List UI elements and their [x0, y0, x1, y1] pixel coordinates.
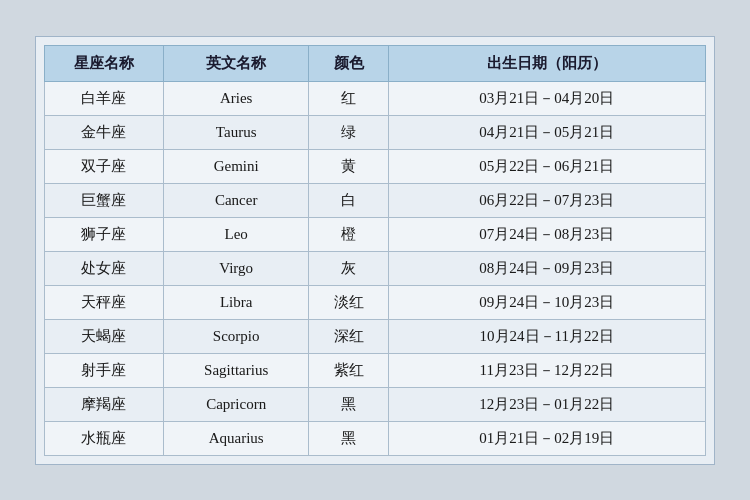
- cell-color: 深红: [309, 319, 388, 353]
- cell-english: Capricorn: [163, 387, 308, 421]
- table-row: 水瓶座Aquarius黑01月21日－02月19日: [45, 421, 706, 455]
- cell-date: 08月24日－09月23日: [388, 251, 705, 285]
- table-row: 金牛座Taurus绿04月21日－05月21日: [45, 115, 706, 149]
- cell-chinese: 金牛座: [45, 115, 164, 149]
- cell-color: 黑: [309, 421, 388, 455]
- table-row: 巨蟹座Cancer白06月22日－07月23日: [45, 183, 706, 217]
- cell-english: Cancer: [163, 183, 308, 217]
- cell-date: 09月24日－10月23日: [388, 285, 705, 319]
- table-row: 摩羯座Capricorn黑12月23日－01月22日: [45, 387, 706, 421]
- cell-chinese: 射手座: [45, 353, 164, 387]
- header-english: 英文名称: [163, 45, 308, 81]
- cell-chinese: 水瓶座: [45, 421, 164, 455]
- cell-color: 橙: [309, 217, 388, 251]
- cell-color: 灰: [309, 251, 388, 285]
- cell-chinese: 处女座: [45, 251, 164, 285]
- cell-english: Virgo: [163, 251, 308, 285]
- header-date: 出生日期（阳历）: [388, 45, 705, 81]
- table-row: 双子座Gemini黄05月22日－06月21日: [45, 149, 706, 183]
- cell-english: Aquarius: [163, 421, 308, 455]
- cell-color: 黄: [309, 149, 388, 183]
- zodiac-table-container: 星座名称 英文名称 颜色 出生日期（阳历） 白羊座Aries红03月21日－04…: [35, 36, 715, 465]
- table-row: 白羊座Aries红03月21日－04月20日: [45, 81, 706, 115]
- cell-date: 11月23日－12月22日: [388, 353, 705, 387]
- cell-date: 01月21日－02月19日: [388, 421, 705, 455]
- table-row: 天蝎座Scorpio深红10月24日－11月22日: [45, 319, 706, 353]
- cell-chinese: 双子座: [45, 149, 164, 183]
- cell-date: 04月21日－05月21日: [388, 115, 705, 149]
- cell-chinese: 天蝎座: [45, 319, 164, 353]
- cell-chinese: 摩羯座: [45, 387, 164, 421]
- cell-english: Libra: [163, 285, 308, 319]
- cell-date: 06月22日－07月23日: [388, 183, 705, 217]
- cell-color: 红: [309, 81, 388, 115]
- cell-date: 05月22日－06月21日: [388, 149, 705, 183]
- header-color: 颜色: [309, 45, 388, 81]
- cell-date: 12月23日－01月22日: [388, 387, 705, 421]
- cell-chinese: 白羊座: [45, 81, 164, 115]
- header-chinese: 星座名称: [45, 45, 164, 81]
- cell-date: 07月24日－08月23日: [388, 217, 705, 251]
- cell-chinese: 天秤座: [45, 285, 164, 319]
- cell-english: Scorpio: [163, 319, 308, 353]
- cell-date: 03月21日－04月20日: [388, 81, 705, 115]
- cell-color: 白: [309, 183, 388, 217]
- cell-english: Taurus: [163, 115, 308, 149]
- cell-chinese: 巨蟹座: [45, 183, 164, 217]
- table-header-row: 星座名称 英文名称 颜色 出生日期（阳历）: [45, 45, 706, 81]
- zodiac-table: 星座名称 英文名称 颜色 出生日期（阳历） 白羊座Aries红03月21日－04…: [44, 45, 706, 456]
- table-row: 狮子座Leo橙07月24日－08月23日: [45, 217, 706, 251]
- table-row: 处女座Virgo灰08月24日－09月23日: [45, 251, 706, 285]
- cell-date: 10月24日－11月22日: [388, 319, 705, 353]
- cell-color: 黑: [309, 387, 388, 421]
- cell-english: Aries: [163, 81, 308, 115]
- cell-english: Sagittarius: [163, 353, 308, 387]
- cell-color: 淡红: [309, 285, 388, 319]
- cell-color: 绿: [309, 115, 388, 149]
- cell-english: Gemini: [163, 149, 308, 183]
- cell-chinese: 狮子座: [45, 217, 164, 251]
- cell-english: Leo: [163, 217, 308, 251]
- cell-color: 紫红: [309, 353, 388, 387]
- table-row: 射手座Sagittarius紫红11月23日－12月22日: [45, 353, 706, 387]
- table-row: 天秤座Libra淡红09月24日－10月23日: [45, 285, 706, 319]
